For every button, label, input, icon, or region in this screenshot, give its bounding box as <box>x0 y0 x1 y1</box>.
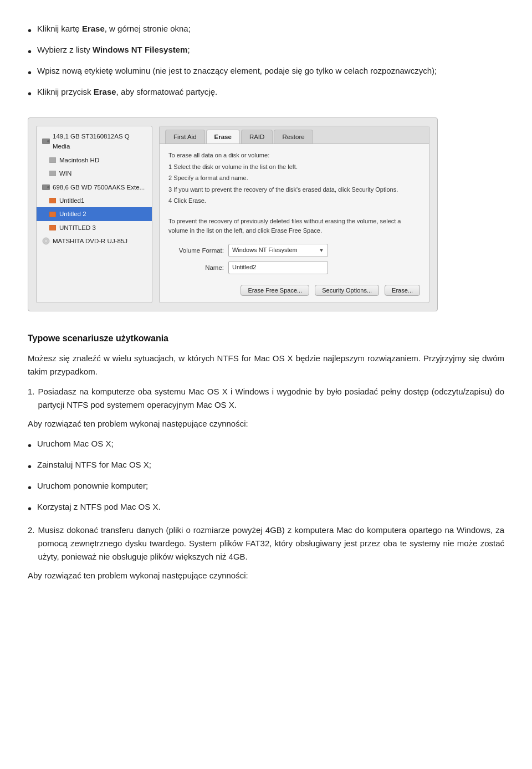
intro-bullets: • Kliknij kartę Erase, w górnej stronie … <box>28 22 504 102</box>
intro-paragraph: Możesz się znaleźć w wielu sytuacjach, w… <box>28 352 504 378</box>
vol-icon-1 <box>49 157 57 163</box>
sol-bullet-dot-3: • <box>28 479 32 496</box>
sol-bullet-text-4: Korzystaj z NTFS pod Mac OS X. <box>37 500 161 514</box>
disk-item-5[interactable]: Untitled 2 <box>37 207 152 221</box>
disk-label-2: WIN <box>59 168 71 178</box>
sol-bullet-text-2: Zainstaluj NTFS for Mac OS X; <box>37 458 151 471</box>
bullet-text-1: Kliknij kartę Erase, w górnej stronie ok… <box>37 22 191 35</box>
instr-line2: 1 Select the disk or volume in the list … <box>168 162 420 172</box>
bullet-item-2: • Wybierz z listy Windows NT Filesystem; <box>28 43 504 60</box>
dropdown-arrow-icon: ▼ <box>319 246 324 255</box>
case1-text: Posiadasz na komputerze oba systemu Mac … <box>38 385 504 412</box>
content-panel: First Aid Erase RAID Restore To erase al… <box>159 126 429 303</box>
name-input[interactable]: Untitled2 <box>228 261 328 274</box>
solution-bullets: • Uruchom Mac OS X; • Zainstaluj NTFS fo… <box>28 437 504 517</box>
bottom-buttons: Erase Free Space... Security Options... … <box>168 278 420 296</box>
name-row: Name: Untitled2 <box>168 261 420 274</box>
case2-inner: 2. Musisz dokonać transferu danych (plik… <box>28 524 504 563</box>
instr-line6: To prevent the recovery of previously de… <box>168 217 420 235</box>
svg-point-1 <box>47 140 49 142</box>
disk-label-6: UNTITLED 3 <box>59 223 96 233</box>
disk-item-3[interactable]: 698,6 GB WD 7500AAKS Exte... <box>37 181 152 194</box>
bullet-dot-3: • <box>28 64 32 81</box>
case1-inner: 1. Posiadasz na komputerze oba systemu M… <box>28 385 504 412</box>
tab-raid[interactable]: RAID <box>241 130 273 143</box>
screenshot-mockup: 149,1 GB ST3160812AS Q Media Macintosh H… <box>28 117 438 311</box>
case1-item: 1. Posiadasz na komputerze oba systemu M… <box>28 385 504 412</box>
case1-label: 1. <box>28 385 35 412</box>
tab-erase[interactable]: Erase <box>206 130 240 143</box>
sol-bullet-text-3: Uruchom ponownie komputer; <box>37 479 148 493</box>
svg-point-5 <box>47 186 49 188</box>
bullet-dot-1: • <box>28 22 32 39</box>
volume-format-label: Volume Format: <box>168 245 224 255</box>
vol-icon-6 <box>49 224 57 230</box>
volume-format-value: Windows NT Filesystem <box>232 245 298 255</box>
erase-instructions: To erase all data on a disk or volume: 1… <box>168 151 420 237</box>
erase-button[interactable]: Erase... <box>385 285 420 296</box>
disk-item-1[interactable]: Macintosh HD <box>37 153 152 167</box>
vol-icon-2 <box>49 171 57 177</box>
case2-item: 2. Musisz dokonać transferu danych (plik… <box>28 524 504 563</box>
svg-rect-7 <box>49 212 56 217</box>
solution-intro: Aby rozwiązać ten problem wykonaj następ… <box>28 417 504 430</box>
security-options-button[interactable]: Security Options... <box>315 285 379 296</box>
case2-text: Musisz dokonać transferu danych (pliki o… <box>38 524 504 563</box>
bullet-dot-2: • <box>28 43 32 60</box>
hdd-icon-3 <box>42 184 50 190</box>
svg-rect-2 <box>49 157 56 163</box>
solution-bullet-4: • Korzystaj z NTFS pod Mac OS X. <box>28 500 504 517</box>
disk-label-5: Untitled 2 <box>59 209 86 219</box>
solution-bullet-2: • Zainstaluj NTFS for Mac OS X; <box>28 458 504 475</box>
bullet-text-3: Wpisz nową etykietę woluminu (nie jest t… <box>37 64 437 78</box>
svg-rect-3 <box>49 171 56 176</box>
hdd-icon-0 <box>42 139 50 145</box>
svg-rect-8 <box>49 225 56 230</box>
solution-intro-2: Aby rozwiązać ten problem wykonaj następ… <box>28 569 504 582</box>
bullet-text-4: Kliknij przycisk Erase, aby sformatować … <box>37 85 217 99</box>
disk-item-0[interactable]: 149,1 GB ST3160812AS Q Media <box>37 130 152 153</box>
disk-item-6[interactable]: UNTITLED 3 <box>37 221 152 234</box>
instr-line5: 4 Click Erase. <box>168 196 420 206</box>
solution-bullet-1: • Uruchom Mac OS X; <box>28 437 504 454</box>
erase-free-space-button[interactable]: Erase Free Space... <box>241 285 309 296</box>
disk-label-7: MATSHITA DVD-R UJ-85J <box>53 236 127 246</box>
bullet-item-4: • Kliknij przycisk Erase, aby sformatowa… <box>28 85 504 102</box>
disk-label-3: 698,6 GB WD 7500AAKS Exte... <box>53 182 145 192</box>
sol-bullet-dot-2: • <box>28 458 32 475</box>
bullet-dot-4: • <box>28 85 32 102</box>
sol-bullet-text-1: Uruchom Mac OS X; <box>37 437 114 450</box>
volume-format-row: Volume Format: Windows NT Filesystem ▼ <box>168 244 420 257</box>
disk-item-2[interactable]: WIN <box>37 167 152 180</box>
panel-body: To erase all data on a disk or volume: 1… <box>160 144 429 302</box>
bullet-text-2: Wybierz z listy Windows NT Filesystem; <box>37 43 190 57</box>
sol-bullet-dot-4: • <box>28 500 32 517</box>
solution-bullet-3: • Uruchom ponownie komputer; <box>28 479 504 496</box>
tab-first-aid[interactable]: First Aid <box>165 130 205 143</box>
svg-rect-6 <box>49 198 56 203</box>
tab-bar: First Aid Erase RAID Restore <box>160 126 429 144</box>
vol-icon-4 <box>49 198 57 204</box>
bullet-item-3: • Wpisz nową etykietę woluminu (nie jest… <box>28 64 504 81</box>
svg-point-10 <box>45 240 47 242</box>
sol-bullet-dot-1: • <box>28 437 32 454</box>
tab-restore[interactable]: Restore <box>274 130 313 143</box>
name-label: Name: <box>168 263 224 273</box>
bullet-item-1: • Kliknij kartę Erase, w górnej stronie … <box>28 22 504 39</box>
disk-list-panel: 149,1 GB ST3160812AS Q Media Macintosh H… <box>36 126 152 303</box>
dvd-icon-7 <box>42 238 50 244</box>
disk-label-1: Macintosh HD <box>59 155 99 165</box>
volume-format-select[interactable]: Windows NT Filesystem ▼ <box>228 244 328 257</box>
disk-item-7[interactable]: MATSHITA DVD-R UJ-85J <box>37 234 152 248</box>
vol-icon-5 <box>49 211 57 217</box>
section-heading: Typowe scenariusze użytkowania <box>28 331 504 346</box>
instr-line1: To erase all data on a disk or volume: <box>168 151 420 160</box>
instr-line4: 3 If you want to prevent the recovery of… <box>168 185 420 194</box>
disk-label-0: 149,1 GB ST3160812AS Q Media <box>53 131 146 152</box>
disk-label-4: Untitled1 <box>59 196 84 206</box>
disk-item-4[interactable]: Untitled1 <box>37 194 152 207</box>
instr-line3: 2 Specify a format and name. <box>168 173 420 183</box>
case2-label: 2. <box>28 524 35 563</box>
